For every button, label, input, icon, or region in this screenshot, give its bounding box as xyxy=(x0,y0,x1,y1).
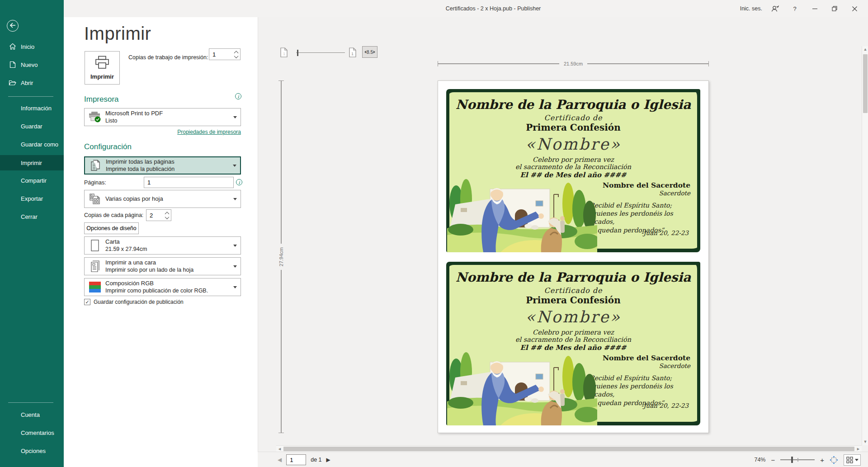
sidebar-item-imprimir[interactable]: Imprimir xyxy=(0,155,64,170)
sidebar-item-opciones[interactable]: Opciones xyxy=(0,443,64,458)
copies-per-page-arrows[interactable] xyxy=(163,210,171,221)
share-person-icon[interactable] xyxy=(765,0,785,17)
sidebar-item-guardar-como[interactable]: Guardar como xyxy=(0,137,64,151)
back-button[interactable] xyxy=(7,20,19,32)
pages-info-icon[interactable]: i xyxy=(236,179,242,185)
current-page-input[interactable] xyxy=(286,454,306,465)
print-range-dropdown[interactable]: Imprimir todas las páginas Imprime toda … xyxy=(84,156,241,175)
preview-page-icon-2[interactable]: 1 xyxy=(349,47,357,59)
minimize-button[interactable] xyxy=(805,0,825,17)
sidebar-item-informacion[interactable]: Información xyxy=(0,101,64,115)
paper-size-subtitle: 21.59 x 27.94cm xyxy=(105,245,230,253)
certificate-church-name: Nombre de la Parroquia o Iglesia xyxy=(446,270,700,285)
save-settings-label: Guardar configuración de publicación xyxy=(94,299,184,305)
print-sides-title: Imprimir a una cara xyxy=(105,259,230,267)
page-total-label: de 1 xyxy=(311,457,321,463)
printer-device-icon xyxy=(85,111,105,123)
certificate-of-line: Certificado de xyxy=(446,286,700,295)
dropdown-caret xyxy=(229,157,240,174)
printer-dropdown[interactable]: Microsoft Print to PDF Listo xyxy=(84,108,241,126)
horizontal-scrollbar[interactable]: ◄ ► xyxy=(276,445,862,452)
titlebar-controls: Inic. ses. ? xyxy=(740,0,864,17)
scroll-right-icon[interactable]: ► xyxy=(855,447,862,451)
printer-info-icon[interactable]: i xyxy=(235,93,241,99)
copies-input[interactable] xyxy=(209,49,232,60)
next-page-button[interactable]: ▶ xyxy=(326,457,330,463)
printer-properties-link[interactable]: Propiedades de impresora xyxy=(173,129,241,135)
close-icon[interactable] xyxy=(844,0,864,17)
sidebar-item-abrir[interactable]: Abrir xyxy=(0,75,64,90)
print-button-label: Imprimir xyxy=(90,73,114,80)
page-size-ruler-button[interactable]: 8.5 xyxy=(362,46,377,58)
copies-spinner-arrows[interactable] xyxy=(232,49,240,60)
sidebar-item-inicio[interactable]: Inicio xyxy=(0,39,64,54)
horizontal-scroll-thumb[interactable] xyxy=(283,447,854,451)
preview-sheet[interactable]: Nombre de la Parroquia o Iglesia Certifi… xyxy=(438,80,709,433)
sidebar-item-nuevo[interactable]: Nuevo xyxy=(0,57,64,72)
copies-per-page-input[interactable] xyxy=(146,210,163,221)
layout-options-button[interactable]: Opciones de diseño xyxy=(84,222,139,234)
zoom-slider[interactable] xyxy=(780,456,815,463)
status-bar: ◀ de 1 ▶ 74% − + xyxy=(258,452,868,467)
print-sides-text: Imprimir a una cara Imprimir solo por un… xyxy=(105,259,230,274)
zoom-percent-label[interactable]: 74% xyxy=(754,457,765,463)
blank-page-icon xyxy=(85,239,105,252)
sidebar-item-label: Inicio xyxy=(21,43,34,50)
copies-per-page-spinner xyxy=(146,209,171,221)
sidebar-item-cuenta[interactable]: Cuenta xyxy=(0,407,64,422)
scroll-left-icon[interactable]: ◄ xyxy=(276,447,283,451)
rgb-color-icon xyxy=(85,281,105,293)
scroll-up-icon[interactable]: ▲ xyxy=(862,46,868,53)
priest-name: Nombre del Sacerdote xyxy=(603,354,690,362)
save-settings-checkbox[interactable]: ✓ xyxy=(84,299,90,305)
vertical-scrollbar[interactable]: ▲ ▼ xyxy=(862,46,868,445)
print-range-subtitle: Imprime toda la publicación xyxy=(106,165,229,173)
page-view-layout-button[interactable] xyxy=(844,454,861,466)
sign-in-button[interactable]: Inic. ses. xyxy=(740,5,762,12)
scroll-down-icon[interactable]: ▼ xyxy=(862,439,868,445)
color-mode-text: Composición RGB Imprimir como publicació… xyxy=(105,280,230,295)
pages-input[interactable] xyxy=(144,177,234,188)
page-height-label: 27.94cm xyxy=(278,244,284,270)
help-button[interactable]: ? xyxy=(785,0,805,17)
certificate-church-name: Nombre de la Parroquia o Iglesia xyxy=(446,97,700,112)
priest-title: Sacerdote xyxy=(603,189,690,197)
arrow-left-icon xyxy=(9,23,16,29)
zoom-out-button[interactable]: − xyxy=(771,456,775,464)
copies-label: Copias de trabajo de impresión: xyxy=(128,54,208,61)
pages-per-sheet-dropdown[interactable]: Varias copias por hoja xyxy=(84,190,241,208)
sidebar-item-guardar[interactable]: Guardar xyxy=(0,119,64,133)
restore-button[interactable] xyxy=(825,0,844,17)
printer-icon xyxy=(94,56,110,71)
zoom-in-button[interactable]: + xyxy=(820,456,824,464)
publisher-backstage-print: Inicio Nuevo Abrir Información Guardar G… xyxy=(0,0,868,467)
priest-title: Sacerdote xyxy=(603,362,690,369)
paper-size-dropdown[interactable]: Carta 21.59 x 27.94cm xyxy=(84,236,241,255)
backstage-sidebar: Inicio Nuevo Abrir Información Guardar G… xyxy=(0,0,64,467)
new-document-icon xyxy=(9,61,16,69)
sidebar-item-compartir[interactable]: Compartir xyxy=(0,173,64,188)
sidebar-item-comentarios[interactable]: Comentarios xyxy=(0,425,64,440)
dropdown-caret xyxy=(230,108,241,126)
dropdown-caret xyxy=(230,237,241,254)
dropdown-caret xyxy=(230,278,241,296)
preview-size-slider[interactable] xyxy=(296,50,345,56)
print-sides-dropdown[interactable]: Imprimir a una cara Imprimir solo por un… xyxy=(84,257,241,275)
sidebar-item-exportar[interactable]: Exportar xyxy=(0,191,64,206)
print-settings-panel: Imprimir Imprimir Copias de trabajo de i… xyxy=(64,17,258,467)
zoom-slider-thumb[interactable] xyxy=(791,457,793,463)
dropdown-caret xyxy=(230,258,241,275)
fit-page-button[interactable] xyxy=(830,456,838,464)
slider-thumb[interactable] xyxy=(297,50,298,56)
print-button[interactable]: Imprimir xyxy=(85,51,120,85)
chevron-down-icon xyxy=(233,265,237,268)
sidebar-item-label: Nuevo xyxy=(21,61,38,68)
dropdown-caret xyxy=(230,190,241,208)
color-mode-dropdown[interactable]: Composición RGB Imprimir como publicació… xyxy=(84,278,241,296)
vertical-scroll-thumb[interactable] xyxy=(863,54,868,113)
preview-page-icon[interactable]: 1 xyxy=(280,47,288,59)
chevron-down-icon xyxy=(233,116,237,118)
previous-page-button[interactable]: ◀ xyxy=(278,457,282,463)
fit-page-icon xyxy=(830,456,838,464)
sidebar-item-cerrar[interactable]: Cerrar xyxy=(0,209,64,224)
